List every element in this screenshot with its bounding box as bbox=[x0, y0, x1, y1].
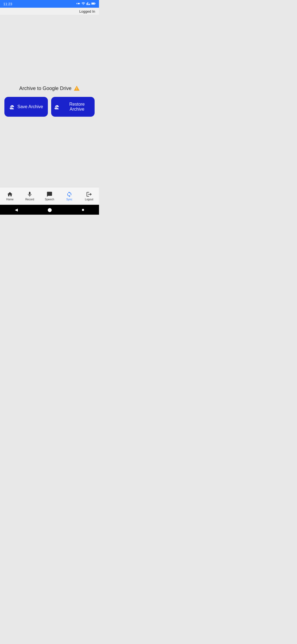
save-archive-button[interactable]: Save Archive bbox=[4, 97, 48, 117]
archive-section: Archive to Google Drive ! Save Archive bbox=[4, 85, 95, 117]
svg-rect-2 bbox=[92, 3, 95, 4]
sync-icon bbox=[66, 191, 72, 197]
save-archive-label: Save Archive bbox=[17, 104, 43, 109]
android-nav-bar: ◀ ⬤ ■ bbox=[0, 205, 99, 215]
battery-icon bbox=[91, 2, 96, 6]
svg-rect-1 bbox=[95, 3, 95, 4]
logged-in-bar: Logged In bbox=[0, 8, 99, 15]
wifi-icon bbox=[81, 2, 85, 6]
restore-archive-label: Restore Archive bbox=[62, 102, 92, 112]
android-back-button[interactable]: ◀ bbox=[15, 208, 18, 212]
bottom-nav: Home Record Speech Sync Logout bbox=[0, 187, 99, 205]
archive-title: Archive to Google Drive bbox=[19, 86, 72, 91]
mic-icon bbox=[27, 191, 33, 197]
restore-archive-button[interactable]: Restore Archive bbox=[51, 97, 95, 117]
nav-item-home[interactable]: Home bbox=[0, 190, 20, 203]
nav-label-home: Home bbox=[6, 198, 14, 201]
nav-label-record: Record bbox=[25, 198, 34, 201]
main-content: Archive to Google Drive ! Save Archive bbox=[0, 15, 99, 187]
status-bar: 11:23 bbox=[0, 0, 99, 8]
google-drive-icon-restore bbox=[54, 104, 60, 110]
archive-title-row: Archive to Google Drive ! bbox=[19, 85, 80, 91]
nav-item-speech[interactable]: Speech bbox=[40, 190, 59, 203]
vibrate-icon bbox=[76, 2, 80, 6]
nav-item-logout[interactable]: Logout bbox=[79, 190, 99, 203]
nav-label-sync: Sync bbox=[66, 198, 72, 201]
buttons-row: Save Archive Restore Archive bbox=[4, 97, 95, 117]
android-recent-button[interactable]: ■ bbox=[82, 208, 84, 212]
nav-label-logout: Logout bbox=[85, 198, 94, 201]
logout-icon bbox=[86, 191, 92, 197]
android-home-button[interactable]: ⬤ bbox=[48, 208, 52, 212]
nav-item-record[interactable]: Record bbox=[20, 190, 40, 203]
speech-icon bbox=[46, 191, 53, 197]
logged-in-text: Logged In bbox=[79, 9, 95, 13]
google-drive-icon-save bbox=[9, 104, 15, 110]
nav-item-sync[interactable]: Sync bbox=[59, 190, 79, 203]
nav-label-speech: Speech bbox=[45, 198, 54, 201]
signal-icon bbox=[86, 2, 90, 6]
warning-triangle-icon: ! bbox=[74, 85, 80, 91]
status-time: 11:23 bbox=[3, 2, 12, 6]
status-icons bbox=[76, 2, 96, 6]
home-icon bbox=[7, 191, 13, 197]
svg-text:!: ! bbox=[76, 87, 77, 90]
